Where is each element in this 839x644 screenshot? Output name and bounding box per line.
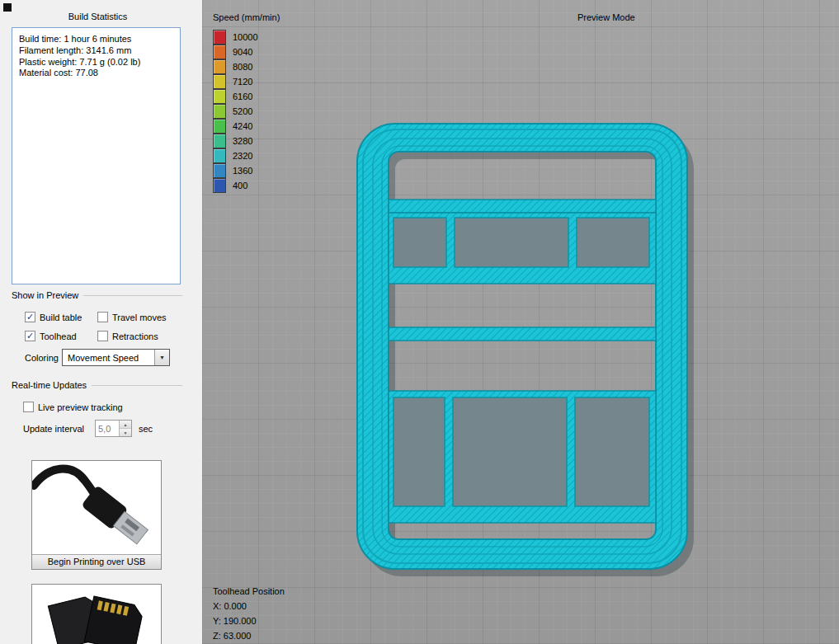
stat-plastic-weight: Plastic weight: 7.71 g (0.02 lb) — [19, 57, 173, 68]
toolhead-x: X: 0.000 — [213, 599, 285, 613]
left-panel: Build Statistics Build time: 1 hour 6 mi… — [0, 0, 196, 644]
checkbox-toolhead[interactable]: Toolhead — [25, 331, 77, 341]
stepper-down-icon[interactable]: ▼ — [120, 429, 131, 436]
sd-card-button[interactable] — [31, 584, 162, 644]
checkbox-live-preview-box[interactable] — [23, 402, 34, 412]
legend-value: 400 — [233, 178, 247, 193]
realtime-updates-title: Real-time Updates — [12, 380, 87, 390]
legend-value: 5200 — [233, 104, 252, 119]
update-interval-label: Update interval — [23, 424, 84, 434]
legend-entry: 6160 — [213, 89, 258, 104]
toolhead-z: Z: 63.000 — [213, 628, 285, 643]
legend-swatch — [213, 104, 226, 119]
build-statistics-box: Build time: 1 hour 6 minutes Filament le… — [12, 27, 181, 284]
checkbox-build-table-box[interactable] — [25, 312, 35, 322]
checkbox-build-table[interactable]: Build table — [25, 312, 82, 322]
preview-3d-viewport[interactable]: Speed (mm/min) Preview Mode 10000 9040 8… — [202, 0, 839, 644]
legend-swatch — [213, 89, 226, 104]
begin-printing-usb-button[interactable]: Begin Printing over USB — [31, 460, 162, 570]
speed-legend: 10000 9040 8080 7120 6160 5200 4240 3280… — [213, 30, 258, 193]
legend-value: 3280 — [233, 134, 252, 148]
checkbox-retractions-label: Retractions — [112, 331, 158, 341]
sd-cards-image — [32, 585, 161, 644]
show-in-preview-title: Show in Preview — [12, 290, 78, 300]
legend-value: 7120 — [233, 74, 252, 89]
checkbox-travel-moves-label: Travel moves — [112, 313, 167, 322]
legend-value: 2320 — [233, 148, 252, 163]
update-interval-unit: sec — [139, 424, 153, 434]
show-in-preview-header: Show in Preview — [12, 290, 182, 300]
checkbox-retractions-box[interactable] — [97, 331, 108, 341]
legend-entry: 7120 — [213, 74, 258, 89]
checkbox-travel-moves[interactable]: Travel moves — [97, 312, 167, 322]
checkbox-toolhead-label: Toolhead — [40, 331, 77, 341]
preview-mode-label: Preview Mode — [577, 12, 635, 22]
legend-value: 4240 — [233, 119, 252, 134]
stepper-up-icon[interactable]: ▲ — [120, 421, 131, 429]
legend-swatch — [213, 163, 226, 178]
toolhead-position-title: Toolhead Position — [213, 584, 285, 599]
checkbox-retractions[interactable]: Retractions — [97, 331, 158, 341]
legend-swatch — [213, 59, 226, 74]
legend-value: 1360 — [233, 163, 252, 178]
toolhead-position-block: Toolhead Position X: 0.000 Y: 190.000 Z:… — [213, 584, 285, 643]
legend-swatch — [213, 30, 226, 45]
stat-material-cost: Material cost: 77.08 — [19, 68, 173, 79]
legend-entry: 3280 — [213, 134, 258, 148]
toolhead-y: Y: 190.000 — [213, 613, 285, 628]
build-statistics-title: Build Statistics — [0, 12, 196, 21]
coloring-label: Coloring — [25, 353, 59, 363]
begin-printing-usb-label: Begin Printing over USB — [32, 554, 161, 569]
speed-legend-title: Speed (mm/min) — [213, 12, 280, 22]
panel-corner-mark — [3, 3, 12, 12]
legend-entry: 9040 — [213, 45, 258, 59]
legend-entry: 10000 — [213, 30, 258, 45]
chevron-down-icon[interactable]: ▼ — [154, 350, 169, 365]
realtime-updates-header: Real-time Updates — [12, 380, 182, 390]
checkbox-live-preview-label: Live preview tracking — [38, 402, 123, 412]
checkbox-travel-moves-box[interactable] — [97, 312, 108, 322]
coloring-dropdown-value: Movement Speed — [63, 353, 154, 363]
legend-value: 10000 — [233, 30, 258, 45]
legend-entry: 5200 — [213, 104, 258, 119]
checkbox-build-table-label: Build table — [40, 313, 82, 322]
usb-cable-image — [32, 461, 161, 554]
legend-value: 8080 — [233, 59, 252, 74]
legend-entry: 8080 — [213, 59, 258, 74]
legend-entry: 400 — [213, 178, 258, 193]
checkbox-toolhead-box[interactable] — [25, 331, 35, 341]
legend-entry: 2320 — [213, 148, 258, 163]
stat-filament-length: Filament length: 3141.6 mm — [19, 45, 173, 57]
legend-swatch — [213, 74, 226, 89]
legend-swatch — [213, 148, 226, 163]
legend-entry: 4240 — [213, 119, 258, 134]
update-interval-input[interactable] — [96, 421, 119, 436]
update-interval-stepper[interactable]: ▲ ▼ — [95, 420, 132, 437]
legend-swatch — [213, 45, 226, 59]
printed-model-preview[interactable] — [349, 117, 695, 581]
legend-entry: 1360 — [213, 163, 258, 178]
coloring-dropdown[interactable]: Movement Speed ▼ — [62, 349, 170, 366]
legend-swatch — [213, 134, 226, 148]
checkbox-live-preview-tracking[interactable]: Live preview tracking — [23, 402, 123, 412]
legend-value: 9040 — [233, 45, 252, 59]
legend-swatch — [213, 178, 226, 193]
legend-swatch — [213, 119, 226, 134]
legend-value: 6160 — [233, 89, 252, 104]
stat-build-time: Build time: 1 hour 6 minutes — [19, 34, 173, 45]
